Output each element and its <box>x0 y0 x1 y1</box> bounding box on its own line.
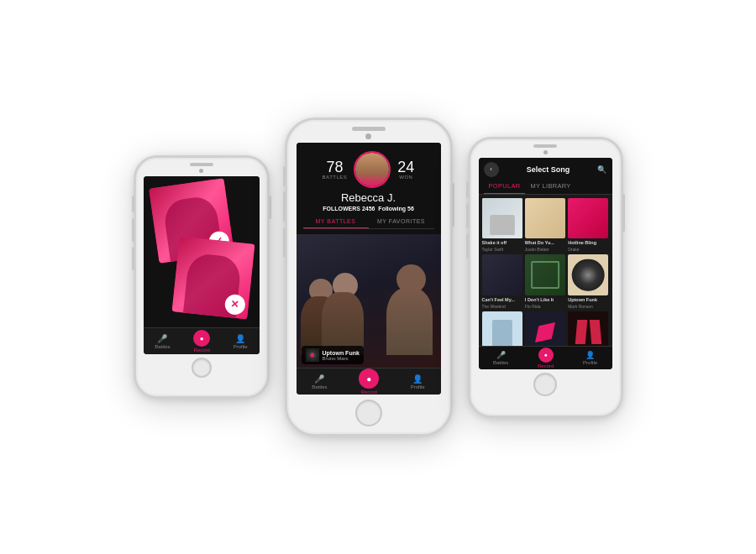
phones-container: ✓ ✕ 🎤 Ba <box>134 118 623 436</box>
record-nav-label-p2: Record <box>360 389 376 395</box>
camera-p3 <box>543 150 548 154</box>
profile-nav: 🎤 Battles ● Record 👤 Profile <box>297 368 441 395</box>
speaker-p3 <box>533 144 557 148</box>
card-bottom[interactable]: ✕ <box>171 237 255 320</box>
record-icon-p2: ● <box>366 374 371 384</box>
profile-tabs: MY BATTLES MY FAVORITES <box>303 215 434 229</box>
song-item-uptown[interactable]: Uptown Funk Mark Ronson <box>568 254 608 309</box>
song-art-what <box>525 198 565 238</box>
screen-battles: ✓ ✕ 🎤 Ba <box>144 176 260 354</box>
song-artist-5: Mark Ronson <box>568 304 608 309</box>
profile-name: Rebecca J. <box>303 190 434 206</box>
home-button-p2[interactable] <box>355 400 382 426</box>
battles-label: Battles <box>155 344 170 349</box>
profile-nav-label-p2: Profile <box>411 384 425 389</box>
song-artist: Bruno Mars <box>323 356 360 361</box>
person3-body <box>386 288 433 355</box>
camera <box>199 169 203 173</box>
nav-profile-p3[interactable]: 👤 Profile <box>583 351 597 365</box>
speaker <box>352 127 386 131</box>
song-card[interactable]: Uptown Funk Bruno Mars <box>302 346 364 364</box>
song-info: Uptown Funk Bruno Mars <box>323 350 360 361</box>
song-tabs: POPULAR MY LIBRARY <box>479 177 612 195</box>
battles-nav-label-p2: Battles <box>312 384 327 389</box>
following-label: Following <box>378 206 406 212</box>
song-artist-2: Drake <box>568 247 608 252</box>
home-button[interactable] <box>192 358 212 378</box>
record-nav-p3: Record <box>538 363 554 368</box>
battles-icon-p3: 🎤 <box>496 351 506 359</box>
song-item-shake-it-off[interactable]: Shake it off Taylor Swift <box>482 198 522 253</box>
song-art-uptown <box>568 254 608 295</box>
tab-popular[interactable]: POPULAR <box>484 180 526 194</box>
song-artist-1: Justin Bieber <box>525 247 565 252</box>
screen-profile: 78 BATTLES 24 WON Rebecca J. FOLLO <box>297 143 441 395</box>
record-icon: ● <box>200 335 204 342</box>
back-button[interactable]: ‹ <box>484 162 499 177</box>
profile-label: Profile <box>234 344 248 349</box>
won-stat-label: WON <box>397 175 414 180</box>
song-thumb <box>306 348 319 362</box>
song-item-what-do-you[interactable]: What Do Yu... Justin Bieber <box>525 198 565 253</box>
profile-content: Uptown Funk Bruno Mars <box>297 234 441 368</box>
profile-avatar[interactable] <box>354 151 391 188</box>
song-artist-4: Flo Rida <box>525 304 565 309</box>
song-title-0: Shake it off <box>482 240 522 246</box>
select-song-header: ‹ Select Song 🔍 <box>479 158 612 177</box>
nav-profile[interactable]: 👤 Profile <box>234 334 248 349</box>
screen-select-song: ‹ Select Song 🔍 POPULAR MY LIBRARY <box>479 158 612 369</box>
song-title-3: Can't Feel My... <box>482 297 522 303</box>
nav-record-p2[interactable]: ● Record <box>359 368 379 395</box>
home-button-p3[interactable] <box>533 373 557 396</box>
battles-count: 78 <box>323 159 348 175</box>
profile-stats: 78 BATTLES 24 WON <box>303 148 434 190</box>
song-art-hotline <box>568 198 608 238</box>
song-item-hotline-bling[interactable]: Hotline Bling Drake <box>568 198 608 253</box>
song-art-shake <box>482 198 522 238</box>
won-count: 24 <box>397 159 414 175</box>
phone-select-song: ‹ Select Song 🔍 POPULAR MY LIBRARY <box>468 137 623 418</box>
song-item-want-to-want[interactable]: Want to Want... Jason Derulo <box>568 311 608 345</box>
tab-my-battles[interactable]: MY BATTLES <box>303 215 369 228</box>
phone-profile: 78 BATTLES 24 WON Rebecca J. FOLLO <box>285 118 453 436</box>
profile-icon-p3: 👤 <box>585 351 595 359</box>
profile-icon-p2: 👤 <box>412 374 423 384</box>
battles-icon: 🎤 <box>157 334 167 343</box>
tab-my-favorites[interactable]: MY FAVORITES <box>369 215 434 228</box>
profile-icon: 👤 <box>235 334 245 343</box>
nav-battles[interactable]: 🎤 Battles <box>155 334 170 349</box>
nav-record-p3[interactable]: ● Record <box>538 348 554 368</box>
record-button[interactable]: ● <box>193 330 210 347</box>
phone-battles: ✓ ✕ 🎤 Ba <box>134 155 270 399</box>
song-artist-0: Taylor Swift <box>482 247 522 252</box>
song-grid: Shake it off Taylor Swift What Do Yu... … <box>479 195 612 346</box>
song-item-cheerleader[interactable]: Cheerleader Omi <box>482 311 522 345</box>
battles-stat-label: BATTLES <box>323 175 348 180</box>
record-btn-p2[interactable]: ● <box>359 368 379 389</box>
song-item-cant-feel[interactable]: Can't Feel My... The Weeknd <box>482 254 522 309</box>
select-song-title: Select Song <box>527 165 570 174</box>
song-title-1: What Do Yu... <box>525 240 565 246</box>
song-title-2: Hotline Bling <box>568 240 608 246</box>
x-icon: ✕ <box>230 298 239 311</box>
followers-info: FOLLOWERS 2456 Following 56 <box>303 206 434 215</box>
followers-label: FOLLOWERS <box>323 206 360 212</box>
record-btn-p3[interactable]: ● <box>538 348 554 363</box>
nav-profile-p2[interactable]: 👤 Profile <box>411 374 425 389</box>
nav-record[interactable]: ● Record <box>193 330 210 353</box>
song-title-4: I Don't Like It <box>525 297 565 303</box>
song-item-dont-like[interactable]: I Don't Like It Flo Rida <box>525 254 565 309</box>
won-stat: 24 WON <box>397 159 414 180</box>
song-art-cantfeel <box>482 254 522 295</box>
nav-battles-p2[interactable]: 🎤 Battles <box>312 374 327 389</box>
song-item-sugar[interactable]: Sugar Maroon 5 <box>525 311 565 345</box>
speaker <box>190 163 213 166</box>
search-button[interactable]: 🔍 <box>597 165 606 174</box>
song-art-wanttowant <box>568 311 608 345</box>
battles-stat: 78 BATTLES <box>323 159 348 180</box>
nav-battles-p3[interactable]: 🎤 Battles <box>493 351 508 365</box>
tab-my-library[interactable]: MY LIBRARY <box>525 180 575 194</box>
song-nav: 🎤 Battles ● Record 👤 Profile <box>479 346 612 369</box>
camera <box>365 133 371 139</box>
battles-nav-p3: Battles <box>493 360 508 365</box>
